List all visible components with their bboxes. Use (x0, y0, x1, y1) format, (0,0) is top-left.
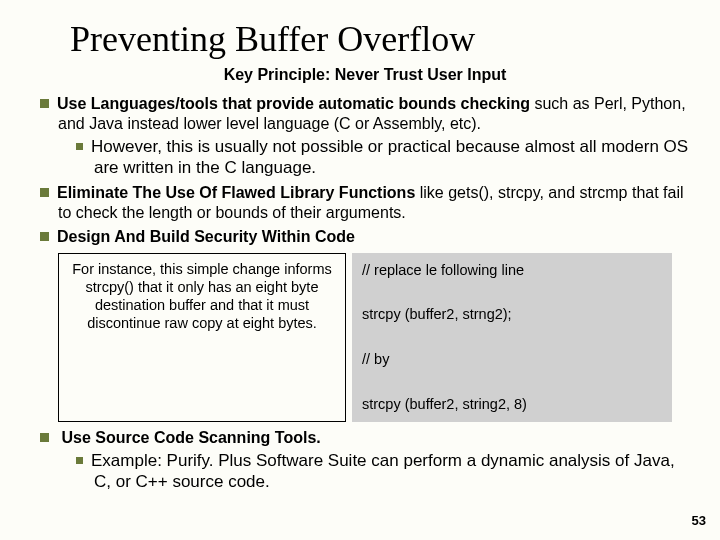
bullet-icon (40, 188, 49, 197)
bullet-icon (40, 433, 49, 442)
example-row: For instance, this simple change informs… (58, 253, 690, 422)
bullet-4-sub-text: Example: Purify. Plus Software Suite can… (91, 451, 675, 491)
example-explanation-box: For instance, this simple change informs… (58, 253, 346, 422)
slide-subtitle: Key Principle: Never Trust User Input (40, 66, 690, 84)
bullet-4: Use Source Code Scanning Tools. (40, 428, 690, 448)
bullet-icon (76, 457, 83, 464)
example-code-box: // replace le following line strcpy (buf… (352, 253, 672, 422)
bullet-icon (40, 232, 49, 241)
bullet-2: Eliminate The Use Of Flawed Library Func… (40, 183, 690, 223)
bullet-2-lead: Eliminate The Use Of Flawed Library Func… (57, 184, 415, 201)
bullet-1-lead: Use Languages/tools that provide automat… (57, 95, 530, 112)
bullet-4-sub: Example: Purify. Plus Software Suite can… (76, 450, 690, 493)
bullet-4-text: Use Source Code Scanning Tools. (57, 429, 321, 446)
bullet-3-text: Design And Build Security Within Code (57, 228, 355, 245)
slide-title: Preventing Buffer Overflow (70, 18, 690, 60)
page-number: 53 (692, 513, 706, 528)
bullet-3: Design And Build Security Within Code (40, 227, 690, 247)
bullet-icon (40, 99, 49, 108)
bullet-1-sub: However, this is usually not possible or… (76, 136, 690, 179)
bullet-1-sub-text: However, this is usually not possible or… (91, 137, 688, 177)
bullet-icon (76, 143, 83, 150)
slide-content: Use Languages/tools that provide automat… (40, 94, 690, 492)
bullet-1: Use Languages/tools that provide automat… (40, 94, 690, 134)
